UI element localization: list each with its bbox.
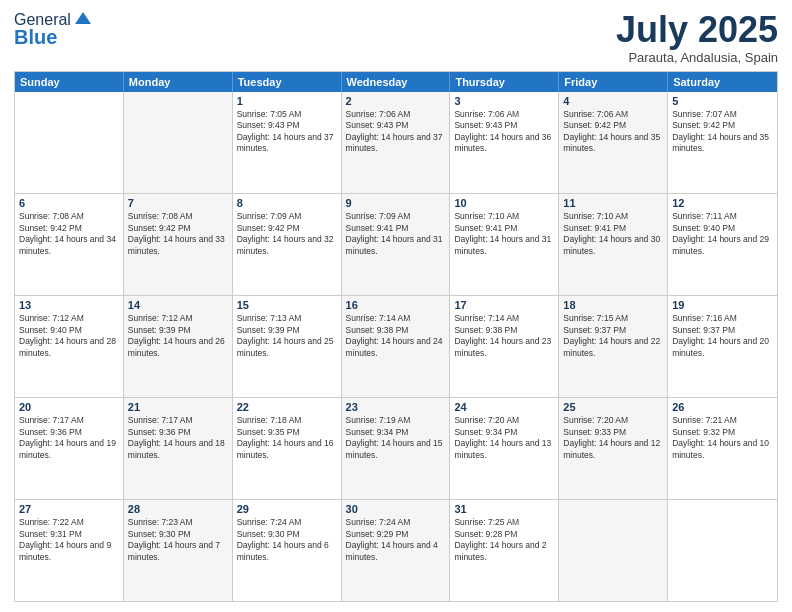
calendar-cell: 24Sunrise: 7:20 AMSunset: 9:34 PMDayligh…	[450, 398, 559, 499]
calendar-cell: 15Sunrise: 7:13 AMSunset: 9:39 PMDayligh…	[233, 296, 342, 397]
day-number: 23	[346, 401, 446, 413]
calendar-cell: 13Sunrise: 7:12 AMSunset: 9:40 PMDayligh…	[15, 296, 124, 397]
sunrise-text: Sunrise: 7:18 AM	[237, 415, 337, 426]
calendar-header: SundayMondayTuesdayWednesdayThursdayFrid…	[15, 72, 777, 92]
sunset-text: Sunset: 9:39 PM	[237, 325, 337, 336]
sunrise-text: Sunrise: 7:17 AM	[128, 415, 228, 426]
calendar: SundayMondayTuesdayWednesdayThursdayFrid…	[14, 71, 778, 602]
calendar-cell: 17Sunrise: 7:14 AMSunset: 9:38 PMDayligh…	[450, 296, 559, 397]
day-number: 2	[346, 95, 446, 107]
calendar-cell: 31Sunrise: 7:25 AMSunset: 9:28 PMDayligh…	[450, 500, 559, 601]
day-number: 19	[672, 299, 773, 311]
sunrise-text: Sunrise: 7:14 AM	[454, 313, 554, 324]
calendar-row: 13Sunrise: 7:12 AMSunset: 9:40 PMDayligh…	[15, 295, 777, 397]
daylight-text: Daylight: 14 hours and 25 minutes.	[237, 336, 337, 359]
sunrise-text: Sunrise: 7:06 AM	[346, 109, 446, 120]
calendar-cell: 14Sunrise: 7:12 AMSunset: 9:39 PMDayligh…	[124, 296, 233, 397]
sunrise-text: Sunrise: 7:22 AM	[19, 517, 119, 528]
day-number: 25	[563, 401, 663, 413]
calendar-cell	[668, 500, 777, 601]
sunrise-text: Sunrise: 7:15 AM	[563, 313, 663, 324]
sunset-text: Sunset: 9:41 PM	[454, 223, 554, 234]
day-number: 30	[346, 503, 446, 515]
sunset-text: Sunset: 9:30 PM	[237, 529, 337, 540]
sunrise-text: Sunrise: 7:16 AM	[672, 313, 773, 324]
day-number: 3	[454, 95, 554, 107]
weekday-header: Thursday	[450, 72, 559, 92]
sunrise-text: Sunrise: 7:19 AM	[346, 415, 446, 426]
daylight-text: Daylight: 14 hours and 35 minutes.	[672, 132, 773, 155]
calendar-cell: 11Sunrise: 7:10 AMSunset: 9:41 PMDayligh…	[559, 194, 668, 295]
sunrise-text: Sunrise: 7:09 AM	[346, 211, 446, 222]
daylight-text: Daylight: 14 hours and 24 minutes.	[346, 336, 446, 359]
sunset-text: Sunset: 9:43 PM	[346, 120, 446, 131]
weekday-header: Sunday	[15, 72, 124, 92]
day-number: 5	[672, 95, 773, 107]
day-number: 17	[454, 299, 554, 311]
daylight-text: Daylight: 14 hours and 7 minutes.	[128, 540, 228, 563]
day-number: 9	[346, 197, 446, 209]
sunrise-text: Sunrise: 7:14 AM	[346, 313, 446, 324]
sunset-text: Sunset: 9:32 PM	[672, 427, 773, 438]
sunset-text: Sunset: 9:41 PM	[563, 223, 663, 234]
daylight-text: Daylight: 14 hours and 20 minutes.	[672, 336, 773, 359]
sunrise-text: Sunrise: 7:25 AM	[454, 517, 554, 528]
day-number: 16	[346, 299, 446, 311]
logo-icon	[73, 10, 93, 30]
day-number: 27	[19, 503, 119, 515]
day-number: 4	[563, 95, 663, 107]
day-number: 6	[19, 197, 119, 209]
sunset-text: Sunset: 9:30 PM	[128, 529, 228, 540]
sunset-text: Sunset: 9:40 PM	[672, 223, 773, 234]
sunset-text: Sunset: 9:42 PM	[672, 120, 773, 131]
svg-marker-0	[75, 12, 91, 24]
weekday-header: Friday	[559, 72, 668, 92]
day-number: 22	[237, 401, 337, 413]
calendar-cell: 10Sunrise: 7:10 AMSunset: 9:41 PMDayligh…	[450, 194, 559, 295]
calendar-cell: 16Sunrise: 7:14 AMSunset: 9:38 PMDayligh…	[342, 296, 451, 397]
sunset-text: Sunset: 9:42 PM	[563, 120, 663, 131]
day-number: 1	[237, 95, 337, 107]
sunset-text: Sunset: 9:37 PM	[672, 325, 773, 336]
daylight-text: Daylight: 14 hours and 33 minutes.	[128, 234, 228, 257]
sunrise-text: Sunrise: 7:11 AM	[672, 211, 773, 222]
daylight-text: Daylight: 14 hours and 28 minutes.	[19, 336, 119, 359]
sunset-text: Sunset: 9:43 PM	[237, 120, 337, 131]
calendar-row: 6Sunrise: 7:08 AMSunset: 9:42 PMDaylight…	[15, 193, 777, 295]
day-number: 11	[563, 197, 663, 209]
calendar-cell: 8Sunrise: 7:09 AMSunset: 9:42 PMDaylight…	[233, 194, 342, 295]
sunset-text: Sunset: 9:40 PM	[19, 325, 119, 336]
page: General Blue July 2025 Parauta, Andalusi…	[0, 0, 792, 612]
calendar-cell: 30Sunrise: 7:24 AMSunset: 9:29 PMDayligh…	[342, 500, 451, 601]
sunset-text: Sunset: 9:37 PM	[563, 325, 663, 336]
daylight-text: Daylight: 14 hours and 19 minutes.	[19, 438, 119, 461]
day-number: 20	[19, 401, 119, 413]
calendar-cell: 25Sunrise: 7:20 AMSunset: 9:33 PMDayligh…	[559, 398, 668, 499]
sunrise-text: Sunrise: 7:07 AM	[672, 109, 773, 120]
sunset-text: Sunset: 9:39 PM	[128, 325, 228, 336]
calendar-row: 27Sunrise: 7:22 AMSunset: 9:31 PMDayligh…	[15, 499, 777, 601]
sunset-text: Sunset: 9:29 PM	[346, 529, 446, 540]
daylight-text: Daylight: 14 hours and 31 minutes.	[454, 234, 554, 257]
sunset-text: Sunset: 9:42 PM	[19, 223, 119, 234]
title-block: July 2025 Parauta, Andalusia, Spain	[616, 10, 778, 65]
calendar-cell: 4Sunrise: 7:06 AMSunset: 9:42 PMDaylight…	[559, 92, 668, 194]
calendar-cell: 3Sunrise: 7:06 AMSunset: 9:43 PMDaylight…	[450, 92, 559, 194]
calendar-cell: 7Sunrise: 7:08 AMSunset: 9:42 PMDaylight…	[124, 194, 233, 295]
daylight-text: Daylight: 14 hours and 32 minutes.	[237, 234, 337, 257]
day-number: 24	[454, 401, 554, 413]
month-title: July 2025	[616, 10, 778, 50]
calendar-cell: 21Sunrise: 7:17 AMSunset: 9:36 PMDayligh…	[124, 398, 233, 499]
sunset-text: Sunset: 9:42 PM	[128, 223, 228, 234]
daylight-text: Daylight: 14 hours and 37 minutes.	[346, 132, 446, 155]
sunrise-text: Sunrise: 7:20 AM	[563, 415, 663, 426]
calendar-cell: 20Sunrise: 7:17 AMSunset: 9:36 PMDayligh…	[15, 398, 124, 499]
day-number: 13	[19, 299, 119, 311]
daylight-text: Daylight: 14 hours and 15 minutes.	[346, 438, 446, 461]
sunrise-text: Sunrise: 7:24 AM	[237, 517, 337, 528]
sunset-text: Sunset: 9:28 PM	[454, 529, 554, 540]
sunrise-text: Sunrise: 7:06 AM	[563, 109, 663, 120]
day-number: 14	[128, 299, 228, 311]
daylight-text: Daylight: 14 hours and 10 minutes.	[672, 438, 773, 461]
day-number: 12	[672, 197, 773, 209]
